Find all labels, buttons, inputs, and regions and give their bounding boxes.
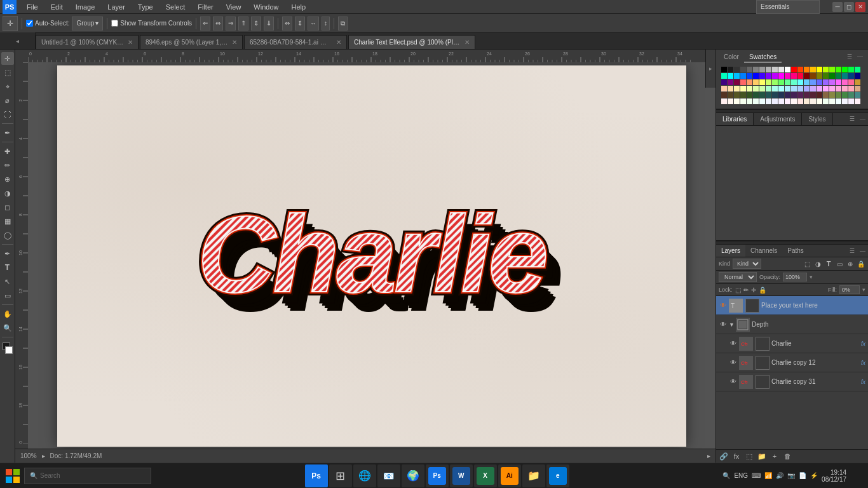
minimize-button[interactable]: ─	[832, 2, 843, 12]
foreground-background-colors[interactable]	[1, 342, 14, 356]
close-button[interactable]: ✕	[855, 2, 865, 12]
taskbar-mail-icon[interactable]: 📧	[377, 464, 400, 487]
color-swatch[interactable]	[829, 79, 835, 85]
color-swatch[interactable]	[797, 92, 803, 98]
blend-mode-select[interactable]: Normal	[719, 272, 757, 282]
color-swatch[interactable]	[791, 86, 797, 92]
tool-crop[interactable]: ⛶	[1, 108, 14, 121]
color-swatch[interactable]	[740, 73, 746, 79]
tab-channels[interactable]: Channels	[745, 245, 782, 257]
color-swatch[interactable]	[753, 98, 759, 104]
auto-select-checkbox[interactable]	[26, 20, 33, 27]
zoom-expand-icon[interactable]: ▸	[42, 452, 45, 459]
align-bottom-btn[interactable]: ⇓	[264, 17, 274, 30]
color-swatch[interactable]	[785, 86, 790, 92]
color-swatch[interactable]	[785, 67, 790, 72]
color-swatch[interactable]	[747, 86, 752, 92]
color-swatch[interactable]	[747, 79, 752, 85]
color-swatch[interactable]	[747, 92, 752, 98]
color-swatch[interactable]	[753, 86, 759, 92]
color-swatch[interactable]	[842, 79, 848, 85]
color-swatch[interactable]	[848, 98, 854, 104]
color-swatch[interactable]	[734, 79, 740, 85]
color-swatch[interactable]	[810, 67, 816, 72]
show-desktop-btn[interactable]	[850, 466, 860, 486]
color-swatch[interactable]	[855, 79, 860, 85]
color-swatch[interactable]	[848, 92, 854, 98]
taskbar-illustrator-icon[interactable]: Ai	[498, 464, 521, 487]
color-swatch[interactable]	[810, 92, 816, 98]
color-swatch[interactable]	[728, 67, 733, 72]
color-swatch[interactable]	[778, 73, 784, 79]
color-swatch[interactable]	[728, 98, 733, 104]
tool-shape[interactable]: ▭	[1, 289, 14, 302]
layer-item-charlie[interactable]: 👁 Ch Charlie fx	[716, 334, 868, 353]
filter-lock-icon[interactable]: 🔒	[857, 259, 865, 268]
menu-layer[interactable]: Layer	[105, 2, 128, 12]
color-swatch[interactable]	[842, 67, 848, 72]
layers-menu-btn[interactable]: ☰	[847, 245, 857, 257]
color-swatch[interactable]	[804, 86, 810, 92]
tab-4-close[interactable]: ✕	[465, 39, 470, 46]
menu-type[interactable]: Type	[135, 2, 156, 12]
tab-4[interactable]: Charlie Text Effect.psd @ 100% (Place yo…	[348, 35, 475, 49]
color-swatch[interactable]	[855, 86, 860, 92]
lib-menu[interactable]: ☰	[847, 113, 857, 125]
taskbar-explorer2-icon[interactable]: 📁	[522, 464, 545, 487]
tool-heal[interactable]: ✚	[1, 145, 14, 158]
color-swatch[interactable]	[804, 79, 810, 85]
color-swatch[interactable]	[823, 79, 829, 85]
color-swatch[interactable]	[778, 79, 784, 85]
color-swatch[interactable]	[791, 73, 797, 79]
filter-pixel-icon[interactable]: ⬚	[803, 259, 811, 268]
tab-adjustments[interactable]: Adjustments	[754, 113, 802, 125]
dist-v-btn[interactable]: ⇕	[295, 17, 305, 30]
color-swatch[interactable]	[785, 92, 790, 98]
lock-image-icon[interactable]: ✏	[743, 287, 749, 294]
lock-position-icon[interactable]: ✛	[751, 287, 756, 294]
tab-color[interactable]: Color	[719, 52, 744, 63]
group-expand-icon[interactable]: ▼	[729, 322, 735, 328]
layer-vis-3[interactable]: 👁	[729, 339, 738, 348]
color-swatch[interactable]	[728, 79, 733, 85]
color-swatch[interactable]	[848, 86, 854, 92]
show-transform-checkbox[interactable]	[111, 20, 118, 27]
layer-vis-2[interactable]: 👁	[719, 320, 728, 329]
color-swatch[interactable]	[791, 92, 797, 98]
color-swatch[interactable]	[842, 86, 848, 92]
color-swatch[interactable]	[791, 67, 797, 72]
move-tool-btn[interactable]: ✛	[3, 16, 18, 31]
menu-window[interactable]: Window	[251, 2, 281, 12]
color-swatch[interactable]	[797, 73, 803, 79]
fill-arrow[interactable]: ▾	[862, 287, 865, 293]
align-top-btn[interactable]: ⇑	[238, 17, 248, 30]
tool-type[interactable]: T	[1, 261, 14, 274]
lib-min[interactable]: —	[857, 113, 868, 125]
color-swatch[interactable]	[721, 67, 727, 72]
layer-item-depth[interactable]: 👁 ▼ Depth	[716, 315, 868, 334]
color-swatch[interactable]	[797, 67, 803, 72]
color-swatch[interactable]	[829, 67, 835, 72]
tray-network-icon[interactable]: 📶	[764, 472, 772, 479]
align-right-btn[interactable]: ⇒	[226, 17, 236, 30]
color-swatch[interactable]	[817, 92, 822, 98]
color-swatch[interactable]	[842, 98, 848, 104]
color-swatch[interactable]	[740, 98, 746, 104]
color-swatch[interactable]	[766, 92, 771, 98]
filter-smart-icon[interactable]: ⊕	[846, 259, 855, 268]
color-swatch[interactable]	[829, 86, 835, 92]
tab-swatches[interactable]: Swatches	[744, 52, 782, 63]
color-swatch[interactable]	[797, 79, 803, 85]
color-swatch[interactable]	[759, 73, 765, 79]
color-swatch[interactable]	[836, 92, 841, 98]
color-swatch[interactable]	[817, 98, 822, 104]
new-layer-btn[interactable]: +	[770, 451, 780, 461]
opacity-arrow[interactable]: ▾	[810, 274, 813, 280]
lock-transparent-icon[interactable]: ⬚	[735, 287, 741, 294]
color-swatch[interactable]	[778, 92, 784, 98]
color-swatch[interactable]	[855, 73, 860, 79]
color-swatch[interactable]	[728, 86, 733, 92]
tool-eyedropper[interactable]: ✒	[1, 126, 14, 139]
menu-image[interactable]: Image	[73, 2, 98, 12]
color-swatch[interactable]	[721, 73, 727, 79]
